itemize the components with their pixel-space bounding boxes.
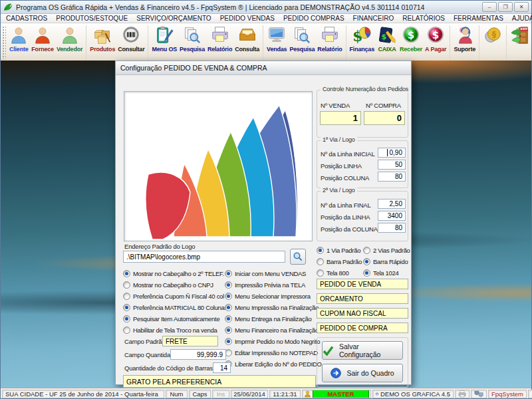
option-iniciar-vendas[interactable]: Iniciar com Menu VENDAS xyxy=(225,270,306,277)
status-network[interactable] xyxy=(471,390,487,398)
doc-name-cupom-input[interactable]: CUPOM NAO FISCAL xyxy=(317,308,408,319)
toolbar-pesquisa-os[interactable]: Pesquisa xyxy=(178,25,206,53)
close-button[interactable]: ✕ xyxy=(514,2,529,12)
option-liberar-edicao-pedido[interactable]: Liberar Edição do Nº do PEDIDO xyxy=(225,360,322,368)
radio-indicator[interactable] xyxy=(123,304,130,311)
radio-indicator[interactable] xyxy=(225,304,232,311)
toolbar-sair[interactable]: EXIT xyxy=(509,25,531,47)
venda-number-input[interactable]: 1 xyxy=(320,111,361,125)
menu-produtos-estoque[interactable]: PRODUTOS/ESTOQUE xyxy=(56,15,128,22)
toolbar-fornece[interactable]: Fornece xyxy=(30,25,55,53)
toolbar-grip[interactable] xyxy=(2,26,6,59)
toolbar-relatorio-vendas[interactable]: Relatório xyxy=(316,25,343,53)
menu-cadastros[interactable]: CADASTROS xyxy=(6,15,47,22)
menu-servico-orcamento[interactable]: SERVIÇO/ORÇAMENTO xyxy=(136,15,211,22)
option-tela-800[interactable]: Tela 800 xyxy=(317,269,349,277)
toolbar-consulta-os[interactable]: Consulta xyxy=(233,25,261,53)
option-barra-rapido[interactable]: Barra Rápido xyxy=(363,258,408,265)
radio-indicator[interactable] xyxy=(317,258,324,265)
via2-posicao-coluna-input[interactable]: 80 xyxy=(378,223,406,233)
svg-text:$: $ xyxy=(408,29,414,41)
radio-indicator[interactable] xyxy=(123,281,130,289)
doc-name-venda-input[interactable]: PEDIDO DE VENDA xyxy=(317,279,408,289)
toolbar-vendedor[interactable]: Vendedor xyxy=(55,25,84,53)
dialog-titlebar[interactable]: Configuração PEDIDO DE VENDA & COMPRA xyxy=(116,61,411,75)
radio-indicator[interactable] xyxy=(225,338,232,345)
doc-name-orcamento-input[interactable]: ORCAMENTO xyxy=(317,293,408,304)
minimize-button[interactable]: – xyxy=(482,2,497,12)
radio-indicator[interactable] xyxy=(225,281,232,289)
barcode-qty-input[interactable]: 14 xyxy=(213,362,231,373)
radio-indicator[interactable] xyxy=(123,327,130,334)
menu-pedido-vendas[interactable]: PEDIDO VENDAS xyxy=(220,15,275,22)
toolbar-moeda[interactable]: § xyxy=(481,25,504,47)
menu-ajuda[interactable]: AJUDA xyxy=(512,15,532,22)
toolbar-cliente[interactable]: Cliente xyxy=(7,25,30,53)
radio-indicator[interactable] xyxy=(225,315,232,323)
browse-logo-button[interactable] xyxy=(290,249,306,265)
campo-padrao-input[interactable]: FRETE xyxy=(162,336,218,346)
option-matricial-80[interactable]: Preferência MATRICIAL 80 Colunas xyxy=(123,304,227,311)
option-financeiro-finalizacao[interactable]: Menu Financeiro na Finalização xyxy=(225,327,319,334)
campo-quantidade-input[interactable]: 99,999.9 xyxy=(170,349,226,360)
option-selecionar-impressora[interactable]: Menu Selecionar Impressora xyxy=(225,293,311,300)
logo-path-input[interactable]: .\BITMAP\logocores.bmp xyxy=(123,251,285,263)
option-2-vias-padrao[interactable]: 2 Vias Padrão xyxy=(363,247,410,254)
option-modo-negrito[interactable]: Imprmir Pedido no Modo Negrito xyxy=(225,338,320,345)
via1-linha-inicial-input[interactable]: 0,90 xyxy=(378,148,406,158)
radio-indicator[interactable] xyxy=(123,293,130,300)
save-config-button[interactable]: Salvar Configuração xyxy=(322,341,403,360)
radio-indicator[interactable] xyxy=(363,258,370,265)
exit-dialog-button[interactable]: Sair do Quadro xyxy=(322,364,403,382)
option-impressao-finalizacao[interactable]: Menu Impressão na Finalização xyxy=(225,304,319,311)
radio-indicator[interactable] xyxy=(317,269,324,277)
toolbar-consultar[interactable]: Consultar xyxy=(116,25,146,53)
toolbar-pesquisa-vendas[interactable]: Pesquisa xyxy=(288,25,316,53)
radio-indicator[interactable] xyxy=(363,269,370,277)
option-editar-notepad[interactable]: Editar Impressão no NOTEPAD xyxy=(225,349,318,356)
menu-ferramentas[interactable]: FERRAMENTAS xyxy=(454,15,503,22)
toolbar-relatorio-os[interactable]: Relatório xyxy=(206,25,233,53)
option-tela-1024[interactable]: Tela 1024 xyxy=(363,269,399,277)
status-printer[interactable] xyxy=(455,390,469,398)
option-mostrar-cnpj[interactable]: Mostrar no Cabeçalho o CNPJ xyxy=(123,281,213,289)
toolbar-financas[interactable]: $ Finanças xyxy=(348,25,376,53)
option-tela-troco[interactable]: Habilitar de Tela Troco na venda xyxy=(123,327,217,334)
toolbar-caixa[interactable]: $ CAIXA xyxy=(376,25,398,53)
toolbar-label: Consulta xyxy=(235,46,259,53)
radio-indicator[interactable] xyxy=(225,293,232,300)
radio-indicator[interactable] xyxy=(363,247,370,254)
menu-relatorios[interactable]: RELATÓRIOS xyxy=(402,15,445,22)
toolbar-a-pagar[interactable]: $ A Pagar xyxy=(424,25,448,53)
via2-linha-final-input[interactable]: 2,50 xyxy=(378,199,406,209)
toolbar-receber[interactable]: $ Receber xyxy=(398,25,424,53)
menu-financeiro[interactable]: FINANCEIRO xyxy=(353,15,394,22)
footer-message-input[interactable]: GRATO PELA PREFERENCIA xyxy=(123,375,316,388)
option-impressao-previa[interactable]: Impressão Prévia na TELA xyxy=(225,281,305,289)
compra-number-input[interactable]: 0 xyxy=(364,111,405,125)
exit-door-icon: EXIT xyxy=(510,25,530,45)
radio-indicator[interactable] xyxy=(225,270,232,277)
doc-name-compra-input[interactable]: PEDIDO DE COMPRA xyxy=(317,323,408,333)
svg-text:§: § xyxy=(492,30,497,39)
option-entrega-finalizacao[interactable]: Menu Entrega na Finalização xyxy=(225,315,311,323)
via1-posicao-coluna-input[interactable]: 80 xyxy=(378,172,406,182)
option-cupom-40col[interactable]: Preferência Cupom Ñ Fiscal 40 col xyxy=(123,293,224,300)
toolbar-menu-os[interactable]: Menu OS xyxy=(150,25,178,53)
option-barra-padrao[interactable]: Barra Padrão xyxy=(317,258,362,265)
toolbar-suporte[interactable]: Suporte xyxy=(452,25,477,53)
radio-indicator[interactable] xyxy=(317,247,324,254)
user-icon xyxy=(304,390,311,398)
option-1-via-padrao[interactable]: 1 Via Padrão xyxy=(317,247,360,254)
option-pesquisar-item[interactable]: Pesquisar Item Automaticamente xyxy=(123,315,219,323)
radio-indicator[interactable] xyxy=(225,327,232,334)
restore-button[interactable]: ❐ xyxy=(498,2,513,12)
toolbar-produtos[interactable]: Produtos xyxy=(88,25,116,53)
option-mostrar-2telef[interactable]: Mostrar no Cabeçalho o 2º TELEF. xyxy=(123,270,224,277)
menu-pedido-compras[interactable]: PEDIDO COMPRAS xyxy=(283,15,344,22)
radio-indicator[interactable] xyxy=(123,270,130,277)
toolbar-vendas[interactable]: Vendas xyxy=(265,25,288,53)
via2-posicao-linha-input[interactable]: 3400 xyxy=(378,211,406,221)
radio-indicator[interactable] xyxy=(123,315,130,323)
via1-posicao-linha-input[interactable]: 50 xyxy=(378,160,406,170)
